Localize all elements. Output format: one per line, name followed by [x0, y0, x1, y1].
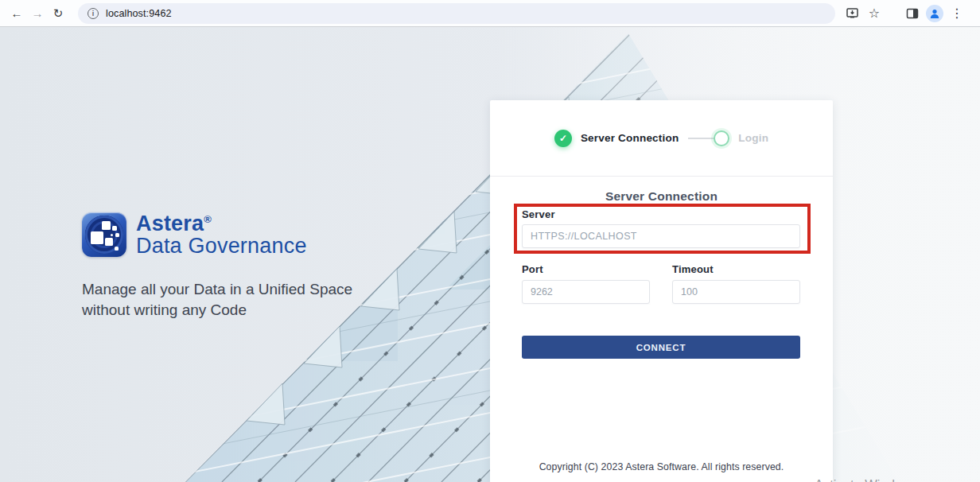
site-info-icon[interactable]: i	[88, 8, 99, 19]
stepper-header: ✓ Server Connection Login	[490, 100, 833, 177]
timeout-input[interactable]	[672, 280, 800, 304]
connect-button[interactable]: CONNECT	[522, 336, 800, 359]
logo-pixel	[112, 226, 117, 231]
brand-product: Data Governance	[136, 235, 307, 257]
step-complete-check-icon: ✓	[554, 130, 572, 147]
logo-pixel	[105, 238, 113, 246]
brand-block: Astera® Data Governance Manage all your …	[82, 212, 400, 321]
back-icon[interactable]: ←	[6, 3, 27, 24]
server-input[interactable]	[522, 224, 800, 248]
server-connection-card: ✓ Server Connection Login Server Connect…	[490, 100, 833, 482]
logo-pixel	[102, 221, 111, 230]
brand-wordmark: Astera® Data Governance	[136, 212, 307, 257]
browser-toolbar: ← → ↻ i localhost:9462 ☆ ⋮	[0, 0, 980, 27]
install-app-icon[interactable]	[843, 5, 861, 22]
registered-mark: ®	[204, 213, 212, 225]
timeout-label: Timeout	[672, 263, 714, 275]
logo-pixel	[115, 247, 119, 251]
forward-icon[interactable]: →	[27, 3, 48, 24]
brand-tagline: Manage all your Data in a Unified Space …	[82, 279, 400, 321]
brand-name-text: Astera	[136, 212, 204, 235]
server-label: Server	[522, 208, 555, 220]
logo-pixel	[91, 231, 103, 244]
bookmark-star-icon[interactable]: ☆	[865, 5, 883, 22]
step-login-label: Login	[738, 132, 768, 144]
profile-person-icon	[929, 8, 940, 19]
copyright-notice: Copyright (C) 2023 Astera Software. All …	[490, 461, 833, 472]
side-panel-icon[interactable]	[904, 5, 921, 22]
watermark-title: Activate Windows	[815, 477, 951, 482]
install-app-glyph	[846, 6, 859, 20]
browser-menu-icon[interactable]: ⋮	[948, 5, 966, 22]
side-panel-glyph	[906, 7, 919, 20]
logo-pixel	[115, 233, 119, 237]
activate-windows-watermark: Activate Windows Go to Settings to activ…	[815, 477, 951, 482]
astera-logo-icon	[82, 212, 126, 257]
port-label: Port	[522, 263, 543, 275]
stepper-connector	[688, 138, 715, 139]
step-login-circle-icon	[714, 130, 729, 146]
step-server-connection-label: Server Connection	[581, 132, 679, 144]
reload-icon[interactable]: ↻	[48, 3, 68, 24]
brand-name: Astera®	[136, 212, 307, 235]
url-text[interactable]: localhost:9462	[106, 8, 172, 19]
profile-avatar[interactable]	[926, 5, 943, 22]
address-bar[interactable]: i localhost:9462	[78, 3, 835, 24]
form-heading: Server Connection	[490, 189, 833, 204]
page-background: Astera® Data Governance Manage all your …	[0, 27, 980, 482]
stepper: ✓ Server Connection Login	[554, 130, 768, 147]
port-input[interactable]	[522, 280, 650, 304]
